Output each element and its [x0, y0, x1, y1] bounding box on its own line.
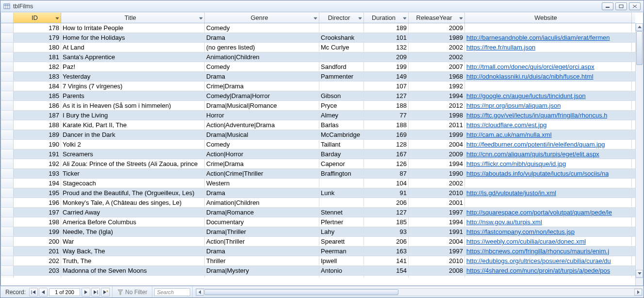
cell-director[interactable] — [319, 179, 364, 188]
cell-title[interactable]: As it is in Heaven (Så som i himmelen) — [61, 101, 205, 110]
cell-id[interactable]: 179 — [14, 33, 61, 42]
cell-duration[interactable]: 127 — [364, 208, 409, 217]
website-link[interactable]: https://4shared.com/nunc/proin/at/turpis… — [466, 267, 610, 274]
table-row[interactable]: 198America Before ColumbusDocumentaryPfe… — [1, 217, 635, 227]
cell-genre[interactable]: (no genres listed) — [205, 43, 319, 52]
cell-duration[interactable]: 87 — [364, 169, 409, 178]
row-selector[interactable] — [1, 101, 14, 110]
cell-id[interactable]: 198 — [14, 217, 61, 227]
scroll-right-button[interactable] — [634, 289, 642, 296]
cell-genre[interactable]: Horror — [205, 111, 319, 120]
website-link[interactable]: https://nbcnews.com/fringilla/rhoncus/ma… — [466, 248, 609, 255]
cell-website[interactable]: https://cloudflare.com/est.jpg — [465, 120, 632, 130]
row-selector[interactable] — [1, 91, 14, 100]
table-row[interactable]: 203Madonna of the Seven MoonsDrama|Myste… — [1, 266, 635, 276]
cell-director[interactable]: Ipwell — [319, 256, 364, 265]
cell-website[interactable]: http://cnn.com/aliquam/quis/turpis/eget/… — [465, 149, 632, 159]
cell-id[interactable]: 193 — [14, 169, 61, 178]
row-selector[interactable] — [1, 198, 14, 207]
cell-id[interactable]: 185 — [14, 91, 61, 100]
new-record-row[interactable]: ✱(New) — [1, 276, 635, 278]
table-row[interactable]: 192Ali Zoua: Prince of the Streets (Ali … — [1, 159, 635, 169]
cell-website[interactable]: http://tmall.com/donec/quis/orci/eget/or… — [465, 62, 632, 71]
vertical-scrollbar[interactable] — [635, 23, 643, 278]
table-row[interactable]: 188Karate Kid, Part II, TheAction|Advent… — [1, 120, 635, 130]
cell-title[interactable]: War — [61, 237, 205, 246]
cell-website[interactable]: https://4shared.com/nunc/proin/at/turpis… — [465, 266, 632, 275]
cell-genre[interactable]: Drama|Musical|Romance — [205, 101, 319, 110]
row-selector[interactable] — [1, 149, 14, 159]
table-row[interactable]: 182Paz!ComedySandford1992007http://tmall… — [1, 62, 635, 72]
cell-genre[interactable]: Drama|Mystery — [205, 266, 319, 275]
column-header-id[interactable]: ID — [14, 13, 61, 23]
cell-website[interactable]: https://free.fr/nullam.json — [465, 43, 632, 52]
cell-duration[interactable]: 154 — [364, 266, 409, 275]
cell-director[interactable]: Pryce — [319, 101, 364, 110]
cell-genre[interactable]: Action|Thriller — [205, 237, 319, 246]
cell-id[interactable]: 191 — [14, 149, 61, 159]
cell-genre[interactable]: Animation|Children — [205, 52, 319, 62]
cell-genre[interactable]: Drama — [205, 247, 319, 256]
cell-director[interactable]: Lahy — [319, 227, 364, 236]
cell-releaseyear[interactable]: 2012 — [409, 101, 465, 110]
table-row[interactable]: 185ParentsComedy|Drama|HorrorGibson12719… — [1, 91, 635, 101]
table-row[interactable]: 178How to Irritate PeopleComedy1892009 — [1, 23, 635, 33]
website-link[interactable]: http://cam.ac.uk/nam/nulla.xml — [466, 131, 552, 138]
column-header-title[interactable]: Title — [61, 13, 205, 23]
cell-title[interactable]: Yesterday — [61, 72, 205, 81]
minimize-button[interactable] — [602, 2, 613, 10]
row-selector[interactable] — [1, 217, 14, 227]
grid-body[interactable]: 178How to Irritate PeopleComedy189200917… — [1, 23, 635, 278]
previous-record-button[interactable] — [39, 288, 48, 297]
row-selector[interactable] — [1, 237, 14, 246]
website-link[interactable]: http://nsw.gov.au/turpis.xml — [466, 218, 542, 226]
filter-toggle[interactable]: No Filter — [115, 289, 150, 296]
website-link[interactable]: https://cloudflare.com/est.jpg — [466, 121, 546, 129]
cell-duration[interactable]: 206 — [364, 237, 409, 246]
cell-website[interactable]: https://npr.org/ipsum/aliquam.json — [465, 101, 632, 110]
cell-website[interactable]: http://edublogs.org/ultrices/posuere/cub… — [465, 256, 632, 265]
table-row[interactable]: 191ScreamersAction|HorrorBarday1672009ht… — [1, 149, 635, 159]
cell-director[interactable]: McCambridge — [319, 130, 364, 139]
table-row[interactable]: 200WarAction|ThrillerSpearett2062004http… — [1, 237, 635, 247]
row-selector[interactable] — [1, 72, 14, 81]
cell-duration[interactable]: 149 — [364, 72, 409, 81]
cell-website[interactable]: http://feedburner.com/potenti/in/eleifen… — [465, 140, 632, 149]
scroll-up-button[interactable] — [636, 23, 643, 31]
cell-genre[interactable]: Drama|Thriller — [205, 227, 319, 236]
cell-duration[interactable]: 189 — [364, 23, 409, 33]
cell-genre[interactable]: Western — [205, 179, 319, 188]
cell-duration[interactable]: 188 — [364, 120, 409, 130]
row-selector[interactable] — [1, 120, 14, 130]
first-record-button[interactable] — [29, 288, 38, 297]
cell-director[interactable] — [319, 82, 364, 91]
cell-director[interactable]: Sandford — [319, 62, 364, 71]
cell-releaseyear[interactable]: 1991 — [409, 227, 465, 236]
cell-title[interactable]: Screamers — [61, 149, 205, 159]
cell-id[interactable]: 183 — [14, 72, 61, 81]
cell-genre[interactable]: Comedy|Drama|Horror — [205, 91, 319, 100]
cell-director[interactable]: Lunk — [319, 188, 364, 198]
cell-id[interactable]: 203 — [14, 266, 61, 275]
website-link[interactable]: https://weebly.com/cubilia/curae/donec.x… — [466, 238, 586, 245]
row-selector[interactable] — [1, 266, 14, 275]
cell-website[interactable]: https://flickr.com/nibh/quisque/id.jpg — [465, 159, 632, 168]
website-link[interactable]: http://is.gd/vulputate/justo/in.xml — [466, 189, 556, 197]
cell-director[interactable]: Braffington — [319, 169, 364, 178]
cell-releaseyear[interactable]: 2002 — [409, 179, 465, 188]
cell-duration[interactable]: 132 — [364, 43, 409, 52]
cell-releaseyear[interactable]: 1994 — [409, 91, 465, 100]
cell-genre[interactable]: Comedy — [205, 140, 319, 149]
cell-releaseyear[interactable]: 2001 — [409, 198, 465, 207]
cell-title[interactable]: Monkey's Tale, A (Château des singes, Le… — [61, 198, 205, 207]
cell-id[interactable]: (New) — [14, 276, 61, 278]
cell-releaseyear[interactable]: 2011 — [409, 120, 465, 130]
scroll-left-button[interactable] — [196, 289, 204, 296]
cell-id[interactable]: 197 — [14, 208, 61, 217]
cell-title[interactable]: Paz! — [61, 62, 205, 71]
search-input[interactable]: Search — [154, 288, 190, 296]
row-selector[interactable] — [1, 52, 14, 62]
website-link[interactable]: http://edublogs.org/ultrices/posuere/cub… — [466, 257, 611, 265]
scroll-down-button[interactable] — [636, 270, 643, 278]
cell-title[interactable]: How to Irritate People — [61, 23, 205, 33]
